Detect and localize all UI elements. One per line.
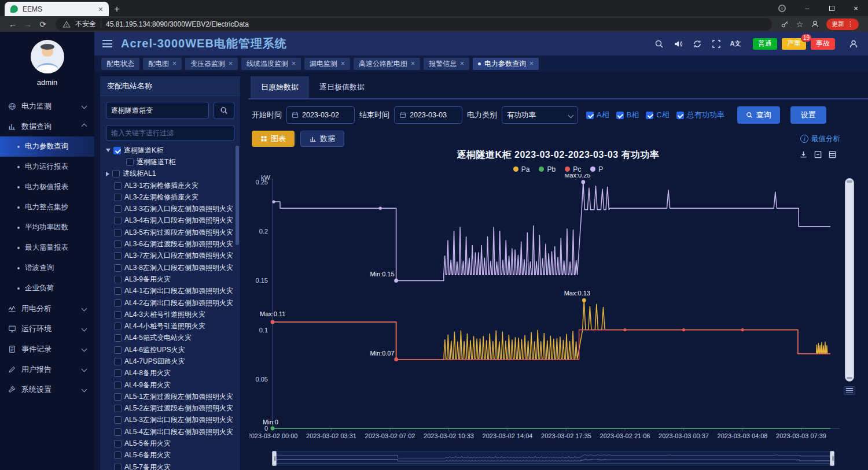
legend-item-Pb[interactable]: Pb: [539, 164, 556, 174]
forward-icon[interactable]: →: [21, 17, 35, 31]
tree-item[interactable]: AL3-2左洞检修插座火灾: [100, 191, 240, 203]
tree-item[interactable]: AL3-8左洞入口段右侧加强照明火灾: [100, 262, 240, 273]
submenu-item[interactable]: 企业负荷: [0, 278, 94, 298]
checkbox[interactable]: [113, 147, 121, 154]
search-icon[interactable]: [653, 38, 665, 50]
checkbox[interactable]: [114, 334, 122, 342]
tree-item[interactable]: AL4-2右洞出口段右侧加强照明火灾: [100, 297, 240, 309]
tree-item[interactable]: AL4-6监控UPS火灾: [100, 344, 240, 356]
tree-item[interactable]: AL4-7UPS回路火灾: [100, 356, 240, 367]
page-tab[interactable]: 配电状态: [101, 58, 139, 70]
collapse-icon[interactable]: [106, 149, 111, 152]
checkbox[interactable]: [112, 170, 120, 177]
submenu-item[interactable]: 最大需量报表: [0, 238, 94, 258]
close-icon[interactable]: ×: [411, 60, 415, 68]
close-icon[interactable]: ×: [460, 60, 464, 68]
checkbox[interactable]: [114, 299, 122, 307]
profile-icon[interactable]: [808, 17, 822, 31]
browser-tab[interactable]: EEMS ×: [5, 2, 109, 16]
tree-item[interactable]: AL3-7左洞入口段左侧加强照明火灾: [100, 250, 240, 262]
tree-item[interactable]: AL4-8备用火灾: [100, 368, 240, 379]
station-search-button[interactable]: [214, 102, 234, 119]
checkbox[interactable]: [114, 358, 122, 365]
tree-item[interactable]: 逐桐隧道T柜: [100, 156, 240, 168]
datazoom-right-handle[interactable]: [830, 451, 834, 466]
tree-item[interactable]: 进线柜AL1: [100, 168, 240, 180]
query-button[interactable]: 查询: [737, 106, 780, 124]
close-tab-icon[interactable]: ×: [98, 5, 103, 14]
phase-checkbox-B相[interactable]: B相: [616, 110, 639, 120]
checkbox[interactable]: [114, 287, 122, 295]
menu-item[interactable]: 事件记录: [0, 339, 94, 359]
restore-icon[interactable]: [814, 150, 822, 159]
checkbox[interactable]: [586, 112, 594, 119]
checkbox[interactable]: [114, 464, 122, 470]
bookmark-star-icon[interactable]: ☆: [793, 17, 807, 31]
tree-item[interactable]: AL3-3右洞入口段左侧加强照明火灾: [100, 203, 240, 214]
checkbox[interactable]: [114, 182, 122, 190]
submenu-item[interactable]: 平均功率因数: [0, 217, 94, 238]
page-tab[interactable]: 变压器监测×: [185, 58, 238, 70]
key-icon[interactable]: [778, 17, 792, 31]
tree-item[interactable]: AL5-3左洞出口段左侧加强照明火灾: [100, 415, 240, 426]
expand-icon[interactable]: [106, 172, 109, 176]
security-label[interactable]: 不安全: [75, 19, 96, 29]
tree-item[interactable]: AL3-9备用火灾: [100, 273, 240, 285]
volume-icon[interactable]: [672, 38, 685, 50]
data-view-icon[interactable]: [828, 150, 837, 159]
tree-item[interactable]: AL5-2左洞过渡段右侧加强照明火灾: [100, 403, 240, 415]
y-datazoom-bottom-handle[interactable]: [847, 377, 852, 379]
checkbox[interactable]: [114, 264, 122, 272]
checkbox[interactable]: [114, 205, 122, 213]
close-window-button[interactable]: ×: [844, 0, 868, 16]
legend-item-Pa[interactable]: Pa: [513, 164, 530, 174]
submenu-item[interactable]: 电力整点集抄: [0, 197, 94, 217]
tree-scrollbar[interactable]: [236, 146, 239, 245]
checkbox[interactable]: [114, 217, 122, 224]
start-date-input[interactable]: 2023-03-02: [286, 106, 355, 124]
submenu-item[interactable]: 电力极值报表: [0, 177, 94, 197]
page-tab[interactable]: 报警信息×: [424, 58, 469, 70]
minimize-button[interactable]: –: [795, 0, 819, 16]
checkbox[interactable]: [616, 112, 624, 119]
submenu-item[interactable]: 电力运行报表: [0, 157, 94, 177]
user-icon[interactable]: [847, 38, 860, 50]
page-tab[interactable]: 高速公路配电图×: [354, 58, 420, 70]
tree-item[interactable]: AL5-1左洞过渡段左侧加强照明火灾: [100, 391, 240, 402]
sync-icon[interactable]: [691, 38, 704, 50]
back-icon[interactable]: ←: [6, 17, 20, 31]
checkbox[interactable]: [114, 323, 122, 330]
tree-item[interactable]: AL4-3大桩号引道照明火灾: [100, 309, 240, 320]
tree-item[interactable]: AL5-6备用火灾: [100, 450, 240, 461]
menu-item[interactable]: 用户报告: [0, 359, 94, 379]
page-tab[interactable]: 漏电监测×: [304, 58, 350, 70]
checkbox[interactable]: [114, 194, 122, 201]
tree-item[interactable]: AL3-5右洞过渡段左侧加强照明火灾: [100, 227, 240, 238]
address-bar[interactable]: 不安全 45.81.195.134:8090/3000WEBV2/Electri…: [56, 18, 772, 31]
menu-item[interactable]: 用电分析: [0, 298, 94, 319]
y-datazoom-toggle-icon[interactable]: [844, 386, 855, 395]
tree-item[interactable]: AL4-5箱式变电站火灾: [100, 332, 240, 344]
checkbox[interactable]: [114, 452, 122, 459]
submenu-item[interactable]: 电力参数查询: [0, 136, 94, 157]
checkbox[interactable]: [114, 311, 122, 319]
checkbox[interactable]: [114, 252, 122, 260]
y-datazoom-slider[interactable]: [845, 178, 854, 382]
menu-item[interactable]: 数据查询: [0, 116, 94, 136]
url-text[interactable]: 45.81.195.134:8090/3000WEBV2/ElectricDat…: [106, 20, 249, 28]
new-tab-button[interactable]: +: [109, 2, 125, 16]
data-view-button[interactable]: 数据: [300, 131, 344, 147]
checkbox[interactable]: [114, 346, 122, 354]
legend-item-Pc[interactable]: Pc: [565, 164, 581, 174]
tree-item[interactable]: 逐桐隧道K柜: [100, 145, 240, 156]
close-icon[interactable]: ×: [172, 60, 176, 68]
checkbox[interactable]: [114, 405, 122, 412]
alarm-badge-严重[interactable]: 严重19: [782, 38, 806, 50]
checkbox[interactable]: [114, 229, 122, 236]
menu-item[interactable]: 系统设置: [0, 379, 94, 399]
close-icon[interactable]: ×: [229, 60, 233, 68]
chart-view-button[interactable]: 图表: [252, 131, 295, 147]
power-type-select[interactable]: 有功功率: [502, 106, 578, 124]
checkbox[interactable]: [114, 276, 122, 283]
tree-item[interactable]: AL3-4右洞入口段右侧加强照明火灾: [100, 215, 240, 227]
